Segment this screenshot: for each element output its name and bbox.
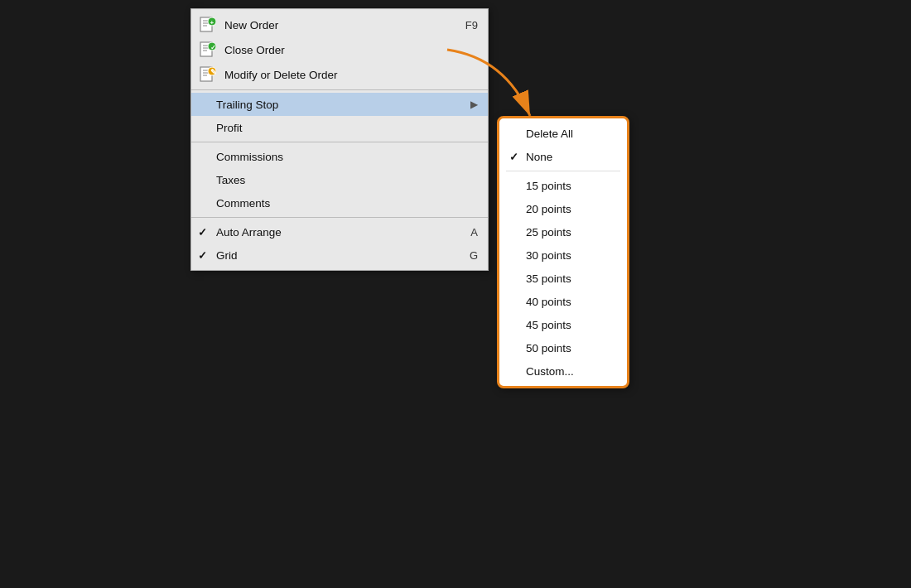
20points-label: 20 points xyxy=(526,203,571,215)
menu-item-commissions[interactable]: Commissions xyxy=(191,145,488,168)
menu-item-trailing-stop[interactable]: Trailing Stop ▶ xyxy=(191,93,488,116)
menu-item-new-order[interactable]: + New Order F9 xyxy=(191,12,488,37)
modify-delete-label: Modify or Delete Order xyxy=(224,69,338,81)
svg-text:✎: ✎ xyxy=(210,68,217,76)
trailing-stop-label: Trailing Stop xyxy=(216,99,278,111)
separator-3 xyxy=(191,217,488,218)
profit-label: Profit xyxy=(216,122,243,134)
submenu-item-40points[interactable]: 40 points xyxy=(499,290,627,313)
modify-delete-icon: ✎ xyxy=(198,66,218,83)
trailing-stop-submenu: Delete All ✓ None 15 points 20 points 25… xyxy=(497,116,629,388)
none-label: None xyxy=(526,151,552,163)
grid-label: Grid xyxy=(216,249,238,262)
submenu-item-25points[interactable]: 25 points xyxy=(499,220,627,243)
50points-label: 50 points xyxy=(526,342,571,354)
submenu-separator-1 xyxy=(506,171,620,171)
delete-all-label: Delete All xyxy=(526,128,573,140)
trailing-stop-arrow: ▶ xyxy=(470,99,478,110)
15points-label: 15 points xyxy=(526,180,571,192)
close-order-label: Close Order xyxy=(224,44,285,56)
comments-label: Comments xyxy=(216,197,270,210)
context-menu: + New Order F9 ✓ Close Order xyxy=(190,8,489,271)
commissions-label: Commissions xyxy=(216,151,283,163)
grid-shortcut: G xyxy=(470,249,478,262)
grid-check: ✓ xyxy=(198,249,213,262)
menu-item-grid[interactable]: ✓ Grid G xyxy=(191,243,488,267)
menu-item-profit[interactable]: Profit xyxy=(191,116,488,139)
35points-label: 35 points xyxy=(526,272,571,285)
submenu-item-50points[interactable]: 50 points xyxy=(499,336,627,359)
submenu-item-20points[interactable]: 20 points xyxy=(499,197,627,220)
auto-arrange-label: Auto Arrange xyxy=(216,226,282,239)
submenu-item-15points[interactable]: 15 points xyxy=(499,174,627,197)
30points-label: 30 points xyxy=(526,249,571,262)
submenu-item-none[interactable]: ✓ None xyxy=(499,145,627,168)
new-order-icon: + xyxy=(198,17,218,33)
close-order-icon: ✓ xyxy=(198,41,218,58)
submenu-item-delete-all[interactable]: Delete All xyxy=(499,122,627,145)
new-order-label: New Order xyxy=(224,19,278,31)
auto-arrange-check: ✓ xyxy=(198,226,213,239)
svg-text:✓: ✓ xyxy=(210,44,216,51)
submenu-item-30points[interactable]: 30 points xyxy=(499,243,627,267)
separator-1 xyxy=(191,89,488,90)
menu-item-close-order[interactable]: ✓ Close Order xyxy=(191,37,488,62)
auto-arrange-shortcut: A xyxy=(470,226,478,239)
menu-item-auto-arrange[interactable]: ✓ Auto Arrange A xyxy=(191,220,488,243)
new-order-shortcut: F9 xyxy=(465,19,478,31)
separator-2 xyxy=(191,142,488,142)
45points-label: 45 points xyxy=(526,319,571,331)
menu-item-comments[interactable]: Comments xyxy=(191,191,488,214)
custom-label: Custom... xyxy=(526,365,574,378)
40points-label: 40 points xyxy=(526,296,571,308)
menu-item-taxes[interactable]: Taxes xyxy=(191,168,488,191)
submenu-item-custom[interactable]: Custom... xyxy=(499,359,627,383)
submenu-item-35points[interactable]: 35 points xyxy=(499,267,627,290)
svg-text:+: + xyxy=(210,19,214,27)
menu-item-modify-delete[interactable]: ✎ Modify or Delete Order xyxy=(191,62,488,87)
submenu-item-45points[interactable]: 45 points xyxy=(499,313,627,336)
none-check: ✓ xyxy=(509,151,523,163)
25points-label: 25 points xyxy=(526,226,571,239)
taxes-label: Taxes xyxy=(216,174,245,186)
